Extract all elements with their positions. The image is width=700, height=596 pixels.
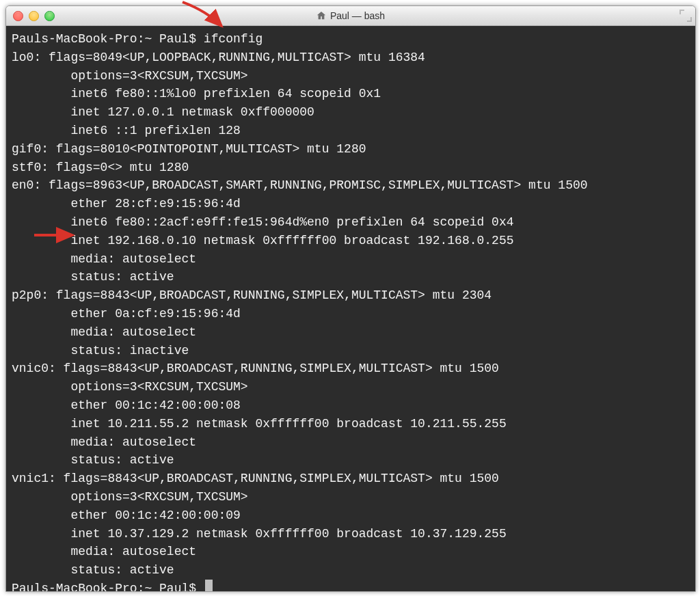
terminal-line: inet 10.211.55.2 netmask 0xffffff00 broa… — [12, 415, 690, 433]
terminal-line: status: inactive — [12, 342, 690, 360]
traffic-lights — [13, 11, 55, 21]
terminal-line-prompt-end: Pauls-MacBook-Pro:~ Paul$ — [12, 580, 690, 591]
terminal-line: en0: flags=8963<UP,BROADCAST,SMART,RUNNI… — [12, 176, 690, 195]
terminal-line: inet6 ::1 prefixlen 128 — [12, 122, 690, 140]
terminal-line: ether 0a:cf:e9:15:96:4d — [12, 305, 690, 323]
terminal-line: options=3<RXCSUM,TXCSUM> — [12, 378, 690, 396]
terminal-line: stf0: flags=0<> mtu 1280 — [12, 159, 690, 177]
window-title: Paul — bash — [6, 10, 695, 21]
terminal-line: options=3<RXCSUM,TXCSUM> — [12, 67, 690, 85]
terminal-content[interactable]: Pauls-MacBook-Pro:~ Paul$ ifconfiglo0: f… — [6, 26, 695, 591]
terminal-line: options=3<RXCSUM,TXCSUM> — [12, 488, 690, 506]
titlebar: Paul — bash — [6, 6, 695, 26]
terminal-window: Paul — bash Pauls-MacBook-Pro:~ Paul$ if… — [5, 5, 696, 592]
terminal-line: inet6 fe80::2acf:e9ff:fe15:964d%en0 pref… — [12, 213, 690, 232]
terminal-line: status: active — [12, 451, 690, 470]
fullscreen-corner-icon[interactable] — [679, 9, 692, 23]
terminal-line: ether 00:1c:42:00:00:08 — [12, 396, 690, 415]
terminal-line: vnic1: flags=8843<UP,BROADCAST,RUNNING,S… — [12, 470, 690, 488]
terminal-line: media: autoselect — [12, 543, 690, 561]
terminal-line-prompt: Pauls-MacBook-Pro:~ Paul$ ifconfig — [12, 30, 690, 49]
terminal-line: media: autoselect — [12, 323, 690, 342]
terminal-line: vnic0: flags=8843<UP,BROADCAST,RUNNING,S… — [12, 360, 690, 378]
terminal-line: inet 10.37.129.2 netmask 0xffffff00 broa… — [12, 525, 690, 543]
terminal-line: status: active — [12, 268, 690, 286]
terminal-line: status: active — [12, 561, 690, 580]
terminal-line: ether 00:1c:42:00:00:09 — [12, 506, 690, 525]
terminal-line: inet 127.0.0.1 netmask 0xff000000 — [12, 103, 690, 122]
terminal-line: media: autoselect — [12, 250, 690, 269]
terminal-line: inet6 fe80::1%lo0 prefixlen 64 scopeid 0… — [12, 85, 690, 103]
terminal-line: media: autoselect — [12, 433, 690, 452]
terminal-line: inet 192.168.0.10 netmask 0xffffff00 bro… — [12, 232, 690, 250]
close-button[interactable] — [13, 11, 23, 21]
minimize-button[interactable] — [29, 11, 39, 21]
terminal-line: ether 28:cf:e9:15:96:4d — [12, 195, 690, 213]
home-icon — [317, 11, 326, 21]
window-title-text: Paul — bash — [330, 10, 385, 21]
terminal-line: gif0: flags=8010<POINTOPOINT,MULTICAST> … — [12, 140, 690, 159]
maximize-button[interactable] — [44, 11, 55, 21]
terminal-line: p2p0: flags=8843<UP,BROADCAST,RUNNING,SI… — [12, 286, 690, 305]
cursor — [205, 580, 213, 591]
terminal-line: lo0: flags=8049<UP,LOOPBACK,RUNNING,MULT… — [12, 49, 690, 67]
